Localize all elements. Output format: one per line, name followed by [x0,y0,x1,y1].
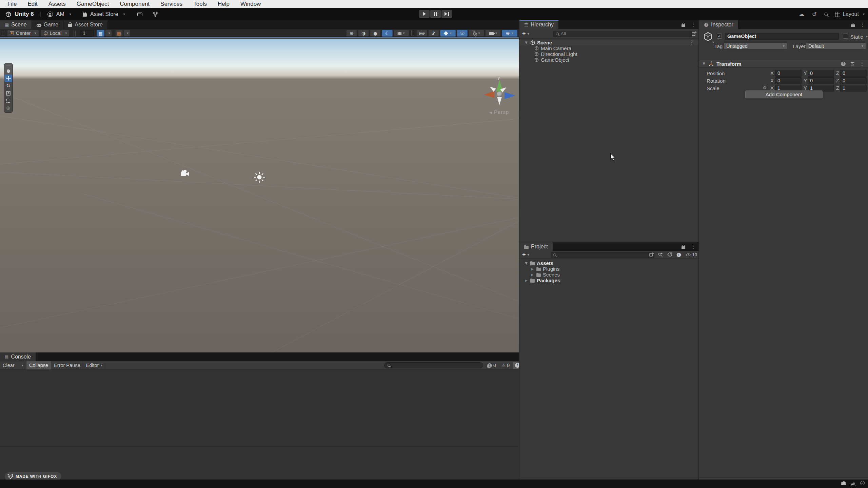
menu-gameobject[interactable]: GameObject [71,0,114,8]
directional-light-gizmo-icon[interactable] [254,171,265,183]
add-component-button[interactable]: Add Component [745,90,823,98]
project-search-input[interactable] [558,252,652,257]
project-warning-icon[interactable]: ! [676,252,681,257]
console-log-area[interactable] [0,369,519,480]
console-clear-dropdown[interactable]: ▾ [17,361,26,369]
tab-scene[interactable]: ▦ Scene [0,20,32,29]
grid-size-field[interactable] [80,30,94,37]
project-lock-icon[interactable] [682,246,685,249]
inspector-lock-icon[interactable] [851,24,855,27]
cache-server-disabled-icon[interactable] [851,483,855,485]
rect-tool[interactable] [4,97,12,104]
hierarchy-menu-icon[interactable]: ⋮ [691,22,696,27]
position-x-field[interactable] [775,70,802,77]
project-row-assets[interactable]: ▼ Assets [519,260,698,266]
tab-inspector[interactable]: i Inspector [699,20,738,29]
cloud-icon[interactable]: ☁ [798,11,805,17]
search-store-icon[interactable] [658,252,663,257]
scene-row-menu-icon[interactable]: ⋮ [689,40,694,45]
console-search-box[interactable] [384,362,483,368]
grid-snap-toggle[interactable]: ▦ [97,30,104,37]
menu-help[interactable]: Help [212,0,235,8]
gizmos-dropdown[interactable]: ⊕▾ [502,30,517,37]
orientation-gizmo[interactable]: y ◄ Persp [481,77,518,114]
increment-snap-dropdown[interactable]: ▾ [123,30,130,37]
step-button[interactable] [441,10,452,18]
hierarchy-row-gameobject[interactable]: GameObject [519,57,698,63]
increment-snap-toggle[interactable]: ▦ [115,30,123,37]
layout-dropdown[interactable]: Layout ▾ [835,11,865,17]
hierarchy-lock-icon[interactable] [682,24,685,27]
scene-lighting-moon-button[interactable]: ☾ [382,30,393,37]
scene-viewport[interactable]: ↻ ⊕ y ◄ Persp [0,39,519,352]
perspective-label[interactable]: ◄ Persp [489,109,509,115]
tools-overlay-handle[interactable] [6,65,11,66]
project-hidden-count[interactable]: 10 [686,252,697,257]
tab-asset-store[interactable]: Asset Store [63,20,108,29]
gizmo-neg-y-axis[interactable] [497,97,502,105]
project-add-button[interactable]: + [522,251,526,258]
fold-arrow-icon[interactable]: ▶ [530,273,534,277]
fold-arrow-icon[interactable]: ▼ [524,41,528,44]
camera-view-dropdown[interactable]: ▾ [485,30,501,37]
console-editor-dropdown[interactable]: Editor▾ [83,361,105,369]
account-dropdown-arrow[interactable]: ▾ [70,13,71,16]
transform-component-header[interactable]: ▼ Transform ? ⋮ [699,60,868,68]
console-clear-button[interactable]: Clear [0,361,17,369]
asset-store-dropdown-arrow[interactable]: ▾ [123,13,125,16]
undo-history-icon[interactable]: ↺ [812,12,817,17]
tag-dropdown[interactable]: Untagged▾ [724,42,787,49]
fold-arrow-icon[interactable]: ▶ [524,279,528,282]
hierarchy-search-box[interactable] [553,31,692,37]
search-in-window-icon[interactable] [649,252,654,257]
grid-snap-dropdown[interactable]: ▾ [105,30,112,37]
hand-tool[interactable] [4,67,12,75]
gameobject-header-icon[interactable] [703,32,713,41]
package-manager-icon[interactable] [137,13,142,16]
hierarchy-row-main-camera[interactable]: Main Camera [519,45,698,51]
menu-file[interactable]: File [2,0,22,8]
debugger-disabled-icon[interactable] [842,481,845,485]
layer-dropdown[interactable]: Default▾ [806,42,866,49]
pause-button[interactable] [430,10,441,18]
tab-console[interactable]: ▤ Console [0,352,36,361]
divider-hierarchy-inspector[interactable] [698,20,699,480]
layers-dropdown[interactable]: ▾ [469,30,484,37]
activity-ok-icon[interactable]: ✓ [860,481,865,485]
hierarchy-row-directional-light[interactable]: Directional Light [519,51,698,57]
tab-project[interactable]: Project [519,242,553,251]
static-dropdown-arrow[interactable]: ▾ [866,35,868,38]
project-search-box[interactable] [551,252,654,258]
console-split-divider[interactable] [0,446,519,447]
divider-scene-hierarchy[interactable] [519,20,519,480]
effects-dropdown[interactable]: ■▾ [440,30,456,37]
toolbar-drag-handle[interactable] [2,30,4,36]
static-checkbox[interactable] [843,34,848,39]
move-tool[interactable] [4,75,12,82]
project-add-dropdown[interactable]: ▾ [528,253,529,257]
play-button[interactable] [419,10,430,18]
rotation-x-field[interactable] [775,77,802,84]
menu-services[interactable]: Services [155,0,188,8]
tab-hierarchy[interactable]: ☰ Hierarchy [519,20,559,29]
project-row-scenes[interactable]: ▶ Scenes [519,272,698,278]
asset-store-button[interactable]: Asset Store [90,11,118,17]
presets-icon[interactable] [851,62,854,65]
fold-arrow-icon[interactable]: ▼ [524,262,528,265]
position-y-field[interactable] [808,70,834,77]
console-info-badge[interactable]: !0 [485,362,498,369]
menu-component[interactable]: Component [114,0,155,8]
link-scale-icon[interactable]: ⊘ [763,85,767,90]
menu-edit[interactable]: Edit [22,0,43,8]
tab-game[interactable]: Game [32,20,64,29]
rotate-tool[interactable]: ↻ [4,82,12,89]
account-menu[interactable]: AM [56,11,64,17]
hierarchy-row-scene[interactable]: ▼ Scene ⋮ [519,40,698,45]
position-z-field[interactable] [840,70,867,77]
project-menu-icon[interactable]: ⋮ [691,244,696,249]
debug-draw-dropdown[interactable]: ▾ [394,30,409,37]
hierarchy-pick-icon[interactable] [692,32,696,36]
scene-visibility-button[interactable] [457,30,468,37]
project-row-plugins[interactable]: ▶ Plugins [519,266,698,272]
fold-arrow-icon[interactable]: ▼ [702,62,706,65]
